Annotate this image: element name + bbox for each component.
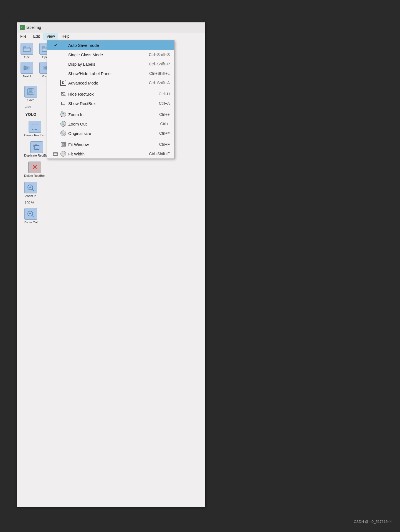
- single-class-label: Single Class Mode: [68, 52, 141, 57]
- fit-window-label: Fit Window: [68, 142, 151, 147]
- watermark: CSDN @m0_51761644: [354, 520, 392, 524]
- single-class-shortcut: Ctrl+Shift+S: [141, 52, 170, 57]
- zoom-out-label: Zoom Out: [68, 122, 152, 126]
- svg-rect-12: [42, 47, 45, 48]
- advanced-mode-d-icon: D: [59, 80, 67, 86]
- menu-bar: File Edit View Help ✓ Auto Save mode Sin…: [17, 32, 205, 40]
- yolo-label: YOLO: [25, 112, 36, 117]
- svg-rect-21: [29, 89, 32, 91]
- fit-width-shortcut: Ctrl+Shift+F: [141, 152, 170, 156]
- side-tool-zoom-in[interactable]: Zoom In: [22, 181, 39, 199]
- svg-rect-22: [29, 92, 33, 94]
- fit-width-label: Fit Width: [68, 152, 141, 156]
- auto-save-label: Auto Save mode: [68, 43, 161, 48]
- show-hide-label: Show/Hide Label Panel: [68, 71, 141, 76]
- check-icon-fit-width: [52, 151, 59, 156]
- side-tool-create-rectbox[interactable]: Create RectBox: [22, 120, 47, 138]
- original-size-label: Original size: [68, 131, 151, 136]
- next-image-icon: [21, 62, 33, 74]
- zoom-in-menu-icon: 🔍+: [59, 112, 67, 117]
- check-icon-auto-save: ✓: [52, 43, 59, 48]
- open-label: Ope: [24, 55, 30, 59]
- menu-item-single-class[interactable]: Single Class Mode Ctrl+Shift+S: [47, 50, 174, 59]
- view-dropdown-menu: ✓ Auto Save mode Single Class Mode Ctrl+…: [47, 40, 174, 159]
- create-rectbox-label: Create RectBox: [24, 134, 46, 137]
- zoom-out-side-icon: [24, 208, 37, 220]
- svg-rect-26: [35, 145, 39, 149]
- display-labels-shortcut: Ctrl+Shift+P: [141, 62, 170, 66]
- svg-rect-2: [62, 102, 65, 105]
- app-icon: 🏷: [20, 25, 25, 30]
- menu-help[interactable]: Help: [58, 33, 73, 40]
- toolbar-open[interactable]: Ope: [19, 42, 35, 60]
- menu-file[interactable]: File: [17, 33, 30, 40]
- duplicate-rectbox-label: Duplicate RectBox: [24, 154, 49, 157]
- svg-rect-27: [34, 144, 38, 148]
- menu-item-display-labels[interactable]: Display Labels Ctrl+Shift+P: [47, 59, 174, 69]
- app-window: 🏷 labelImg File Edit View Help ✓ Auto Sa…: [17, 22, 205, 507]
- save-label: Save: [27, 98, 34, 102]
- duplicate-rectbox-icon: [30, 141, 43, 153]
- zoom-in-label: Zoom In: [68, 112, 151, 117]
- zoom-out-shortcut: Ctrl+-: [152, 122, 170, 126]
- side-tool-yolo[interactable]: YOLO: [22, 111, 39, 118]
- menu-edit[interactable]: Edit: [30, 33, 43, 40]
- app-title: labelImg: [26, 25, 41, 30]
- menu-item-show-hide-label-panel[interactable]: Show/Hide Label Panel Ctrl+Shift+L: [47, 69, 174, 78]
- title-bar: 🏷 labelImg: [17, 22, 205, 32]
- fit-width-icon: ⟷: [59, 151, 67, 157]
- svg-line-31: [32, 189, 34, 191]
- menu-item-advanced-mode[interactable]: D Advanced Mode Ctrl+Shift+A: [47, 78, 174, 88]
- fit-window-icon: [59, 142, 67, 147]
- zoom-in-side-label: Zoom In: [25, 194, 36, 198]
- display-labels-label: Display Labels: [68, 62, 141, 66]
- toolbar-next-image[interactable]: Next I: [19, 61, 35, 79]
- menu-item-original-size[interactable]: 🔍= Original size Ctrl+=: [47, 129, 174, 138]
- menu-view[interactable]: View: [43, 33, 58, 40]
- zoom-out-menu-icon: 🔍: [59, 121, 67, 127]
- hide-rectbox-label: Hide RectBox: [68, 92, 150, 96]
- show-hide-shortcut: Ctrl+Shift+L: [141, 71, 170, 76]
- advanced-mode-shortcut: Ctrl+Shift+A: [141, 81, 170, 85]
- x-delete-icon: ✕: [32, 164, 37, 171]
- menu-item-zoom-out[interactable]: 🔍 Zoom Out Ctrl+-: [47, 119, 174, 129]
- delete-rectbox-icon: ✕: [28, 162, 41, 173]
- menu-item-fit-window[interactable]: Fit Window Ctrl+F: [47, 140, 174, 149]
- side-tool-delete-rectbox[interactable]: ✕ Delete RectBox: [22, 160, 47, 178]
- zoom-out-side-label: Zoom Out: [24, 221, 38, 224]
- hide-rectbox-icon: [59, 91, 67, 96]
- delete-rectbox-label: Delete RectBox: [24, 174, 45, 177]
- original-size-shortcut: Ctrl+=: [151, 131, 170, 135]
- fit-window-shortcut: Ctrl+F: [151, 142, 170, 147]
- yolo-italic-label: yolo: [25, 105, 31, 109]
- next-image-label: Next I: [23, 75, 31, 78]
- show-rectbox-shortcut: Ctrl+A: [151, 101, 170, 106]
- svg-rect-4: [62, 143, 65, 145]
- zoom-percent-label: 100 %: [25, 201, 34, 205]
- menu-item-zoom-in[interactable]: 🔍+ Zoom In Ctrl++: [47, 110, 174, 119]
- original-size-icon: 🔍=: [59, 131, 67, 136]
- zoom-in-shortcut: Ctrl++: [151, 112, 170, 117]
- menu-item-hide-rectbox[interactable]: Hide RectBox Ctrl+H: [47, 89, 174, 99]
- svg-rect-8: [23, 48, 31, 52]
- zoom-in-side-icon: [24, 182, 37, 193]
- svg-rect-17: [23, 66, 29, 70]
- menu-item-show-rectbox[interactable]: Show RectBox Ctrl+A: [47, 99, 174, 108]
- side-tool-zoom-out[interactable]: Zoom Out: [22, 207, 39, 225]
- svg-line-34: [32, 216, 34, 217]
- svg-rect-9: [23, 47, 26, 48]
- menu-item-fit-width[interactable]: ⟷ Fit Width Ctrl+Shift+F: [47, 149, 174, 158]
- hide-rectbox-shortcut: Ctrl+H: [150, 92, 170, 96]
- show-rectbox-icon: [59, 101, 67, 106]
- create-rectbox-icon: [29, 121, 41, 133]
- advanced-mode-label: Advanced Mode: [68, 81, 141, 85]
- save-icon: [24, 86, 37, 98]
- menu-item-auto-save[interactable]: ✓ Auto Save mode: [47, 40, 174, 50]
- show-rectbox-label: Show RectBox: [68, 101, 151, 106]
- side-tool-save[interactable]: Save: [22, 85, 39, 103]
- open-icon: [21, 43, 33, 55]
